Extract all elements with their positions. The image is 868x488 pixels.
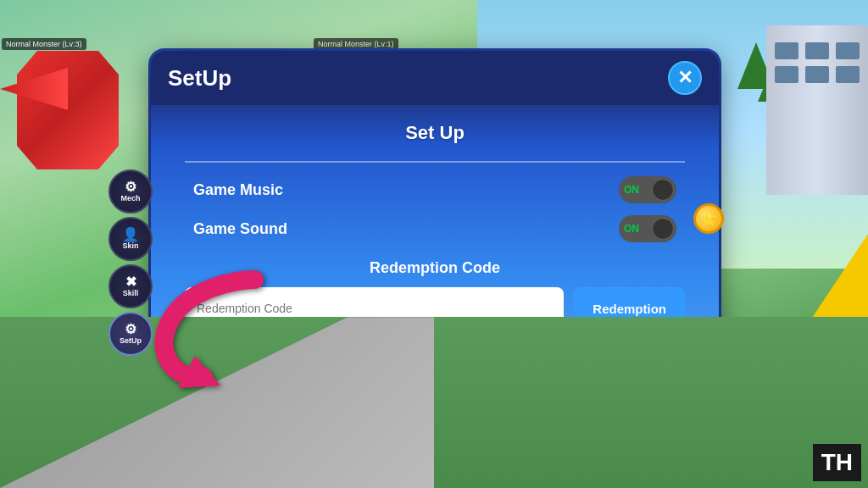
window: [775, 42, 798, 59]
sidebar-item-skill[interactable]: ✖ Skill: [108, 264, 153, 308]
redemption-title: Redemption Code: [185, 259, 685, 277]
skill-icon: ✖: [125, 275, 136, 289]
building-windows: [775, 42, 860, 83]
building: [766, 25, 868, 195]
skin-label: Skin: [122, 241, 138, 250]
mech-icon: ⚙: [125, 180, 136, 194]
sidebar-item-mech[interactable]: ⚙ Mech: [108, 169, 153, 214]
sidebar-item-skin[interactable]: 👤 Skin: [108, 217, 153, 261]
mech-character: [17, 51, 119, 169]
game-sound-row: Game Sound ON: [185, 215, 685, 242]
monster-label-2: Normal Monster (Lv:1): [314, 38, 398, 50]
game-sound-label: Game Sound: [193, 220, 287, 238]
road: [0, 317, 434, 488]
game-sound-toggle-label: ON: [624, 223, 639, 235]
game-music-label: Game Music: [193, 181, 283, 199]
skin-icon: 👤: [122, 228, 139, 241]
divider-top: [185, 161, 685, 163]
section-title: Set Up: [185, 122, 685, 144]
window: [805, 42, 829, 59]
setup-icon: ⚙: [125, 323, 136, 336]
left-menu: ⚙ Mech 👤 Skin ✖ Skill ⚙ SetUp: [108, 169, 153, 356]
skill-label: Skill: [123, 289, 139, 297]
close-button[interactable]: ✕: [668, 61, 702, 95]
window: [805, 66, 829, 83]
modal-header: SetUp ✕: [151, 51, 719, 105]
game-music-row: Game Music ON: [185, 176, 685, 203]
window: [836, 42, 860, 59]
mech-label: Mech: [120, 194, 140, 202]
coin-icon: ⭐: [693, 203, 724, 234]
sidebar-item-setup[interactable]: ⚙ SetUp: [108, 312, 153, 356]
th-watermark: TH: [813, 444, 861, 481]
window: [836, 66, 860, 83]
modal-title: SetUp: [168, 65, 231, 92]
game-sound-knob: [652, 218, 674, 240]
game-music-toggle-label: ON: [624, 184, 639, 196]
monster-label-1: Normal Monster (Lv:3): [2, 38, 86, 50]
setup-label: SetUp: [120, 336, 142, 345]
game-music-knob: [652, 179, 674, 201]
window: [775, 66, 798, 83]
game-sound-toggle[interactable]: ON: [619, 215, 676, 242]
game-music-toggle[interactable]: ON: [619, 176, 676, 203]
